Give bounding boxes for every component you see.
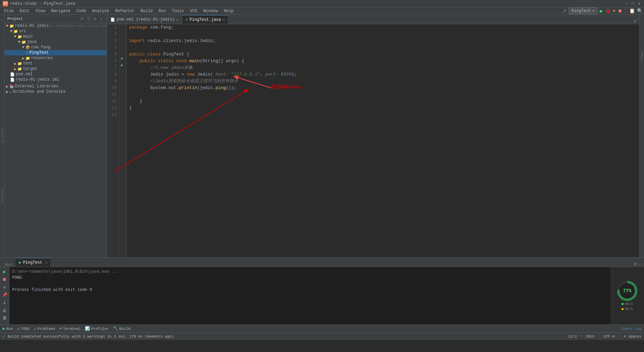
tree-target[interactable]: ▶ 📁 target bbox=[5, 66, 107, 72]
menu-window[interactable]: Window bbox=[201, 8, 220, 14]
structure-panel-icon[interactable]: Structure bbox=[1, 126, 4, 144]
menu-edit[interactable]: Edit bbox=[17, 8, 32, 14]
menu-tools[interactable]: Tools bbox=[169, 8, 187, 14]
run-tab-close[interactable]: ✕ bbox=[45, 261, 47, 265]
tree-src[interactable]: ▼ 📁 src bbox=[5, 29, 107, 34]
run-gutter-icon-6[interactable]: ▶ bbox=[121, 63, 123, 67]
line-num-13: 13 bbox=[107, 105, 117, 112]
favorites-panel-icon[interactable]: Favorites bbox=[1, 187, 4, 205]
restore-layout-button[interactable]: ↺ bbox=[1, 284, 8, 291]
build-bottom-btn[interactable]: 🔨 Build bbox=[113, 326, 130, 331]
run-button[interactable]: ▶ bbox=[600, 8, 603, 14]
run-config-label: PingTest bbox=[572, 9, 591, 13]
output-line-4: Process finished with exit code 0 bbox=[12, 287, 608, 293]
tree-external-libs[interactable]: ▶ 📚 External Libraries bbox=[5, 84, 107, 89]
print-button[interactable]: 🖨 bbox=[1, 307, 8, 314]
target-label: target bbox=[23, 67, 38, 71]
profiler-bottom-btn[interactable]: 📊 Profiler bbox=[85, 326, 109, 331]
java-icon: 📁 bbox=[21, 40, 26, 44]
root-folder-icon2: 📁 bbox=[9, 24, 14, 28]
menu-refactor[interactable]: Refactor bbox=[112, 8, 137, 14]
menu-build[interactable]: Build bbox=[138, 8, 155, 14]
run-with-coverage[interactable]: ☂ bbox=[613, 8, 615, 14]
menu-help[interactable]: Help bbox=[221, 8, 236, 14]
minimize-button[interactable]: ─ bbox=[624, 1, 629, 6]
pin-output-button[interactable]: 📌 bbox=[1, 292, 8, 298]
problems-bottom-icon: ⚠ bbox=[34, 326, 36, 331]
menu-vcs[interactable]: VCS bbox=[187, 8, 200, 14]
code-line-1: package com.fang; bbox=[129, 24, 639, 31]
code-editor[interactable]: 1 2 3 4 5 6 7 8 9 10 11 12 13 14 bbox=[107, 24, 639, 257]
close-button[interactable]: ✕ bbox=[637, 1, 641, 6]
tree-test[interactable]: ▶ 📁 test bbox=[5, 61, 107, 66]
run-bottom-btn[interactable]: ▶ Run bbox=[3, 326, 13, 331]
stop-run-button[interactable]: ⏹ bbox=[1, 276, 8, 283]
pom-tab-close[interactable]: ✕ bbox=[176, 17, 179, 22]
tree-iml[interactable]: 📄 redis-01-jedis.iml bbox=[5, 77, 107, 82]
maximize-button[interactable]: □ bbox=[631, 1, 635, 6]
menu-run[interactable]: Run bbox=[156, 8, 169, 14]
run-pingtest-tab[interactable]: ▶ PingTest ✕ bbox=[15, 258, 51, 267]
menu-navigate[interactable]: Navigate bbox=[48, 8, 73, 14]
terminal-bottom-icon: ⌨ bbox=[59, 326, 62, 331]
debug-button[interactable]: 🐞 bbox=[605, 8, 611, 14]
tab-pingtest-java[interactable]: C PingTest.java ✕ bbox=[182, 15, 228, 24]
todo-bottom-btn[interactable]: ☑ TODO bbox=[17, 326, 30, 331]
scroll-end-button[interactable]: ⤓ bbox=[1, 299, 8, 306]
line-num-4: 4 bbox=[107, 44, 117, 51]
status-bar: ✓ Build completed successfully with 3 wa… bbox=[0, 333, 644, 340]
tree-java[interactable]: ▼ 📁 java bbox=[5, 39, 107, 45]
settings-panel-button[interactable]: ⚙ bbox=[92, 16, 98, 21]
settings-btn[interactable]: ⚙ bbox=[634, 261, 637, 267]
run-config-selector[interactable]: PingTest ▾ bbox=[569, 7, 598, 14]
run-gutter-icon-5[interactable]: ▶ bbox=[121, 56, 123, 60]
tab-pom-xml[interactable]: 📄 pom.xml (redis-01-jedis) ✕ bbox=[107, 15, 182, 24]
event-log-button[interactable]: Event Log bbox=[622, 327, 641, 331]
tree-resources[interactable]: ▶ 📁 resources bbox=[5, 55, 107, 61]
status-sep-3: | bbox=[618, 335, 621, 339]
tree-root[interactable]: ▼ 📁 redis-01-jedis D:\workspace\redis-st… bbox=[5, 23, 107, 29]
tree-scratches[interactable]: ▶ ✏ Scratches and Consoles bbox=[5, 89, 107, 94]
right-sidebar: Maven bbox=[639, 15, 644, 257]
bottom-content: ▶ ⏹ ↺ 📌 ⤓ 🖨 🗑 D:\env~ronments\java\jdk1.… bbox=[0, 267, 644, 324]
menu-view[interactable]: View bbox=[33, 8, 48, 14]
toolbar-btn-2[interactable]: 🔍 bbox=[637, 8, 643, 14]
pingtest-tab-close[interactable]: ✕ bbox=[223, 17, 225, 22]
clear-button[interactable]: 🗑 bbox=[1, 315, 8, 321]
window-controls[interactable]: ─ □ ✕ bbox=[624, 1, 641, 6]
ext-arrow: ▶ bbox=[6, 84, 8, 89]
metric-value-1: 0k/s bbox=[625, 302, 633, 306]
code-content[interactable]: package com.fang; import redis.clients.j… bbox=[126, 24, 639, 257]
bottom-panel: Run: ▶ PingTest ✕ ⚙ ─ ▶ ⏹ ↺ 📌 ⤓ 🖨 🗑 bbox=[0, 257, 644, 324]
scratch-label: Scratches and Consoles bbox=[12, 89, 65, 94]
terminal-bottom-btn[interactable]: ⌨ Terminal bbox=[59, 326, 81, 331]
tree-pingtest[interactable]: C PingTest bbox=[5, 50, 107, 55]
close-panel-button[interactable]: ✕ bbox=[99, 16, 104, 21]
maven-panel-icon[interactable]: Maven bbox=[640, 51, 643, 62]
hide-btn[interactable]: ─ bbox=[639, 262, 641, 267]
metric-row-1: 0k/s bbox=[622, 302, 633, 306]
code-line-7: //1.new jedis对象 bbox=[129, 64, 639, 71]
rerun-button[interactable]: ▶ bbox=[1, 268, 8, 275]
menu-analyze[interactable]: Analyze bbox=[90, 8, 112, 14]
tree-pom[interactable]: 📄 pom.xml bbox=[5, 72, 107, 77]
code-line-14 bbox=[129, 112, 639, 118]
menu-code[interactable]: Code bbox=[74, 8, 89, 14]
menu-file[interactable]: File bbox=[1, 8, 16, 14]
stop-button[interactable]: ⏹ bbox=[618, 8, 622, 14]
run-output: D:\env~ronments\java\jdk1.8\bin\java.exe… bbox=[9, 267, 610, 324]
problems-bottom-btn[interactable]: ⚠ Problems bbox=[34, 326, 55, 331]
project-panel-icon[interactable]: P bbox=[1, 17, 4, 23]
test-arrow: ▶ bbox=[14, 61, 16, 66]
line-num-14: 14 bbox=[107, 112, 117, 118]
tree-main[interactable]: ▼ 📁 main bbox=[5, 34, 107, 39]
tree-com-fang[interactable]: ▼ 📦 com.fang bbox=[5, 45, 107, 50]
cpu-percentage: 77% bbox=[620, 283, 635, 299]
collapse-panel-button[interactable]: ☰ bbox=[86, 16, 91, 21]
line-ending: CRLF bbox=[586, 335, 595, 339]
title-bar-left: IJ redis-study - PingTest.java bbox=[3, 1, 75, 6]
run-config-arrow: ▾ bbox=[592, 8, 595, 13]
sync-panel-button[interactable]: ⟳ bbox=[79, 16, 85, 21]
toolbar-btn-1[interactable]: 📋 bbox=[629, 8, 635, 14]
src-label: src bbox=[19, 29, 26, 34]
